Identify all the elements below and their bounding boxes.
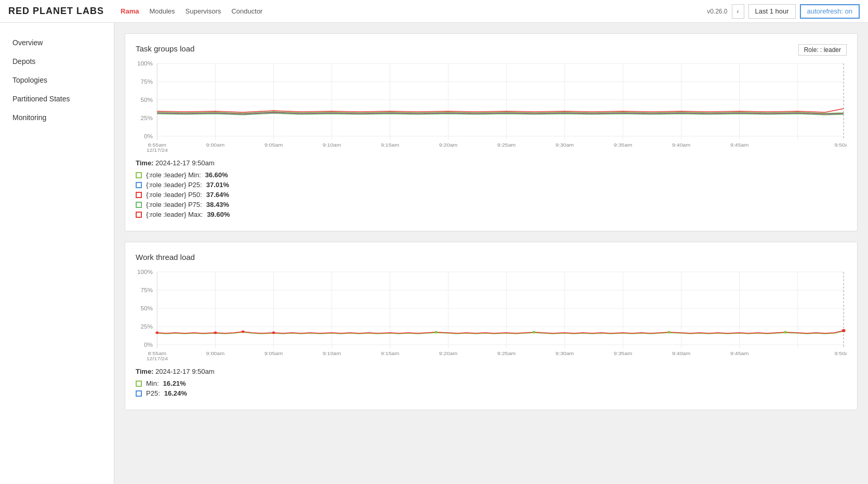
- svg-text:75%: 75%: [140, 287, 153, 293]
- svg-text:100%: 100%: [137, 269, 153, 275]
- svg-text:9:10am: 9:10am: [323, 351, 341, 356]
- chart2-area: 100% 75% 50% 25% 0%: [136, 268, 847, 361]
- svg-text:50%: 50%: [140, 306, 153, 311]
- svg-text:9:50am: 9:50am: [834, 351, 847, 356]
- svg-text:9:45am: 9:45am: [730, 351, 748, 356]
- svg-point-63: [435, 331, 438, 334]
- svg-text:9:05am: 9:05am: [265, 142, 283, 148]
- svg-text:9:40am: 9:40am: [672, 351, 690, 356]
- svg-text:12/17/24: 12/17/24: [147, 356, 168, 361]
- svg-text:9:25am: 9:25am: [497, 351, 516, 356]
- svg-text:9:15am: 9:15am: [381, 142, 399, 148]
- chart2-legend-item-0: Min: 16.21%: [136, 380, 847, 387]
- svg-text:8:55am: 8:55am: [148, 142, 166, 148]
- svg-text:9:35am: 9:35am: [614, 351, 632, 356]
- chart1-legend-item-4: {:role :leader} Max: 39.60%: [136, 211, 847, 218]
- svg-text:9:30am: 9:30am: [556, 351, 574, 356]
- chart1-title: Task groups load: [136, 44, 194, 53]
- svg-text:0%: 0%: [144, 134, 153, 139]
- svg-text:9:30am: 9:30am: [556, 142, 574, 148]
- chart1-legend-time: Time: 2024-12-17 9:50am: [136, 159, 847, 167]
- svg-text:9:15am: 9:15am: [381, 351, 399, 356]
- svg-text:0%: 0%: [144, 342, 153, 348]
- chart1-swatch-3: [136, 202, 142, 208]
- autorefresh-button[interactable]: autorefresh: on: [800, 4, 860, 19]
- sidebar: Overview Depots Topologies Partitioned S…: [0, 23, 114, 484]
- svg-text:8:55am: 8:55am: [148, 351, 166, 356]
- svg-text:12/17/24: 12/17/24: [147, 148, 168, 153]
- chevron-back-button[interactable]: ‹: [732, 4, 744, 19]
- svg-text:25%: 25%: [140, 324, 153, 330]
- chart1-svg: 100% 75% 50% 25% 0%: [136, 59, 847, 153]
- svg-text:9:20am: 9:20am: [439, 351, 457, 356]
- sidebar-item-monitoring[interactable]: Monitoring: [0, 108, 114, 127]
- sidebar-item-topologies[interactable]: Topologies: [0, 71, 114, 89]
- svg-point-66: [784, 331, 787, 334]
- svg-text:9:35am: 9:35am: [614, 142, 632, 148]
- chart1-swatch-4: [136, 212, 142, 218]
- chart1-swatch-2: [136, 192, 142, 198]
- chart2-svg: 100% 75% 50% 25% 0%: [136, 268, 847, 361]
- chart2-swatch-1: [136, 390, 142, 397]
- main-layout: Overview Depots Topologies Partitioned S…: [0, 23, 868, 484]
- svg-text:9:10am: 9:10am: [323, 142, 341, 148]
- svg-text:9:05am: 9:05am: [265, 351, 283, 356]
- nav-conductor[interactable]: Conductor: [231, 5, 262, 17]
- chart2-legend: Time: 2024-12-17 9:50am Min: 16.21% P25:…: [136, 368, 847, 397]
- chart2-title: Work thread load: [136, 253, 195, 261]
- svg-point-64: [533, 331, 536, 334]
- svg-point-60: [214, 332, 217, 334]
- chart1-legend-item-2: {:role :leader} P50: 37.64%: [136, 191, 847, 199]
- work-thread-load-card: Work thread load 100% 75% 50% 25% 0%: [125, 242, 858, 410]
- svg-text:25%: 25%: [140, 115, 153, 121]
- svg-text:9:00am: 9:00am: [206, 351, 225, 356]
- svg-text:100%: 100%: [137, 61, 153, 67]
- chart1-role-badge: Role: : leader: [798, 44, 847, 56]
- svg-point-59: [155, 332, 159, 334]
- chart1-legend-item-3: {:role :leader} P75: 38.43%: [136, 201, 847, 208]
- time-range-button[interactable]: Last 1 hour: [748, 4, 796, 19]
- chart1-legend-item-0: {:role :leader} Min: 36.60%: [136, 171, 847, 179]
- nav-modules[interactable]: Modules: [149, 5, 175, 17]
- svg-point-67: [842, 329, 846, 332]
- chart1-legend: Time: 2024-12-17 9:50am {:role :leader} …: [136, 159, 847, 218]
- chart1-area: 100% 75% 50% 25% 0%: [136, 59, 847, 153]
- chart1-swatch-0: [136, 172, 142, 178]
- svg-text:9:25am: 9:25am: [497, 142, 516, 148]
- svg-text:75%: 75%: [140, 79, 153, 85]
- sidebar-item-partitioned-states[interactable]: Partitioned States: [0, 89, 114, 108]
- chart1-header: Task groups load Role: : leader: [136, 44, 847, 59]
- task-groups-load-card: Task groups load Role: : leader 100% 75%…: [125, 33, 858, 231]
- header: RED PLANET LABS Rama Modules Supervisors…: [0, 0, 868, 23]
- main-nav: Rama Modules Supervisors Conductor: [121, 5, 262, 17]
- chart2-swatch-0: [136, 381, 142, 387]
- svg-point-65: [667, 331, 670, 334]
- svg-text:9:40am: 9:40am: [672, 142, 690, 148]
- nav-supervisors[interactable]: Supervisors: [186, 5, 221, 17]
- chart2-legend-time: Time: 2024-12-17 9:50am: [136, 368, 847, 375]
- chart2-header: Work thread load: [136, 253, 847, 268]
- svg-text:9:00am: 9:00am: [206, 142, 225, 148]
- sidebar-item-depots[interactable]: Depots: [0, 52, 114, 71]
- svg-point-61: [241, 331, 244, 333]
- svg-text:50%: 50%: [140, 97, 153, 103]
- svg-text:9:45am: 9:45am: [730, 142, 748, 148]
- nav-rama[interactable]: Rama: [121, 5, 139, 17]
- svg-point-62: [272, 332, 275, 334]
- sidebar-item-overview[interactable]: Overview: [0, 33, 114, 52]
- version-label: v0.26.0: [707, 8, 727, 15]
- main-content: Task groups load Role: : leader 100% 75%…: [114, 23, 868, 484]
- svg-text:9:20am: 9:20am: [439, 142, 457, 148]
- logo: RED PLANET LABS: [8, 6, 104, 17]
- header-controls: v0.26.0 ‹ Last 1 hour autorefresh: on: [707, 4, 860, 19]
- chart2-legend-item-1: P25: 16.24%: [136, 389, 847, 397]
- svg-text:9:50am: 9:50am: [834, 142, 847, 148]
- chart1-legend-item-1: {:role :leader} P25: 37.01%: [136, 181, 847, 189]
- chart1-swatch-1: [136, 182, 142, 188]
